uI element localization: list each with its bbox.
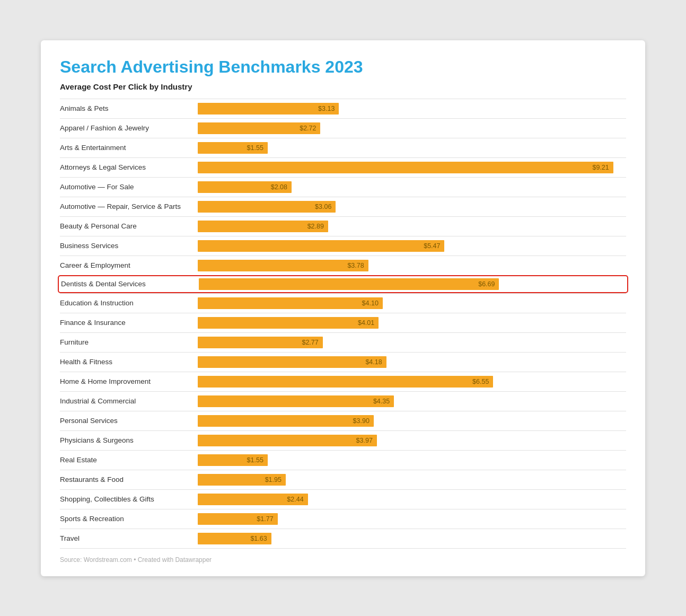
bar: $4.10 <box>198 297 383 309</box>
bar-value-label: $6.55 <box>472 378 489 385</box>
chart-subtitle: Average Cost Per Click by Industry <box>60 82 626 91</box>
bar-area: $3.06 <box>198 200 626 214</box>
bar: $9.21 <box>198 162 613 173</box>
row-label: Home & Home Improvement <box>60 377 198 385</box>
bar-area: $2.72 <box>198 121 626 135</box>
row-label: Attorneys & Legal Services <box>60 163 198 171</box>
bar-area: $1.63 <box>198 532 626 545</box>
bar-value-label: $1.77 <box>257 515 273 523</box>
bar-value-label: $1.55 <box>247 144 263 152</box>
chart-row: Beauty & Personal Care$2.89 <box>60 216 626 236</box>
bar-value-label: $3.06 <box>315 203 331 210</box>
bar-area: $3.78 <box>198 259 626 272</box>
bar-area: $1.95 <box>198 473 626 487</box>
chart-row: Shopping, Collectibles & Gifts$2.44 <box>60 489 626 509</box>
row-label: Finance & Insurance <box>60 319 198 327</box>
bar-value-label: $4.35 <box>373 398 390 405</box>
bar: $6.69 <box>199 278 499 290</box>
row-label: Beauty & Personal Care <box>60 222 198 230</box>
main-card: Search Advertising Benchmarks 2023 Avera… <box>41 40 645 576</box>
row-label: Automotive — Repair, Service & Parts <box>60 203 198 210</box>
bar: $2.89 <box>198 221 328 232</box>
chart-row: Travel$1.63 <box>60 529 626 549</box>
chart-row: Automotive — Repair, Service & Parts$3.0… <box>60 197 626 216</box>
bar-area: $4.18 <box>198 355 626 369</box>
bar: $2.72 <box>198 122 320 134</box>
bar: $5.47 <box>198 240 444 252</box>
bar: $1.63 <box>198 533 271 544</box>
chart-row: Arts & Entertainment$1.55 <box>60 138 626 157</box>
bar-value-label: $3.90 <box>353 417 370 425</box>
row-label: Real Estate <box>60 456 198 464</box>
row-label: Sports & Recreation <box>60 515 198 523</box>
bar: $4.01 <box>198 317 379 329</box>
chart-row: Physicians & Surgeons$3.97 <box>60 430 626 450</box>
chart-row: Furniture$2.77 <box>60 332 626 352</box>
bar-value-label: $1.95 <box>265 476 282 483</box>
bar-area: $4.01 <box>198 316 626 330</box>
bar: $3.78 <box>198 260 368 271</box>
bar-area: $1.55 <box>198 141 626 155</box>
bar-value-label: $3.13 <box>318 105 335 112</box>
chart-row: Industrial & Commercial$4.35 <box>60 391 626 411</box>
row-label: Career & Employment <box>60 261 198 269</box>
chart-row: Real Estate$1.55 <box>60 450 626 470</box>
chart-row: Dentists & Dental Services$6.69 <box>58 275 628 293</box>
bar-area: $4.10 <box>198 296 626 310</box>
bar-value-label: $5.47 <box>424 242 440 250</box>
bar: $1.95 <box>198 474 286 486</box>
bar: $1.77 <box>198 513 278 525</box>
bar-value-label: $2.72 <box>300 125 316 132</box>
bar-area: $2.44 <box>198 492 626 506</box>
chart-row: Animals & Pets$3.13 <box>60 99 626 118</box>
bar: $1.55 <box>198 454 268 466</box>
bar: $3.06 <box>198 201 336 213</box>
bar: $4.18 <box>198 356 386 368</box>
bar-value-label: $1.55 <box>247 456 263 464</box>
chart-row: Automotive — For Sale$2.08 <box>60 177 626 197</box>
bar-value-label: $1.63 <box>250 535 267 542</box>
chart-container: Animals & Pets$3.13Apparel / Fashion & J… <box>60 99 626 549</box>
bar-area: $2.77 <box>198 336 626 349</box>
row-label: Health & Fitness <box>60 358 198 366</box>
bar: $2.08 <box>198 181 292 193</box>
chart-row: Attorneys & Legal Services$9.21 <box>60 157 626 177</box>
row-label: Dentists & Dental Services <box>61 280 199 288</box>
bar-value-label: $2.08 <box>271 183 287 191</box>
row-label: Restaurants & Food <box>60 476 198 483</box>
row-label: Apparel / Fashion & Jewelry <box>60 124 198 132</box>
chart-row: Restaurants & Food$1.95 <box>60 470 626 489</box>
row-label: Arts & Entertainment <box>60 144 198 152</box>
bar-area: $3.90 <box>198 414 626 428</box>
bar-value-label: $4.18 <box>365 358 382 366</box>
bar-value-label: $4.01 <box>358 319 374 327</box>
chart-row: Career & Employment$3.78 <box>60 256 626 275</box>
row-label: Shopping, Collectibles & Gifts <box>60 495 198 503</box>
chart-row: Finance & Insurance$4.01 <box>60 313 626 332</box>
bar-area: $3.13 <box>198 102 626 116</box>
bar-value-label: $2.89 <box>307 223 324 230</box>
row-label: Business Services <box>60 242 198 250</box>
chart-row: Health & Fitness$4.18 <box>60 352 626 372</box>
bar-area: $1.77 <box>198 512 626 526</box>
bar: $6.55 <box>198 376 493 388</box>
bar: $3.90 <box>198 415 374 427</box>
bar: $2.77 <box>198 337 323 348</box>
bar-area: $6.69 <box>199 277 625 291</box>
bar-area: $4.35 <box>198 394 626 408</box>
chart-row: Education & Instruction$4.10 <box>60 293 626 313</box>
bar-value-label: $2.44 <box>287 496 303 503</box>
chart-row: Apparel / Fashion & Jewelry$2.72 <box>60 118 626 138</box>
bar-area: $6.55 <box>198 375 626 389</box>
bar: $1.55 <box>198 142 268 154</box>
row-label: Industrial & Commercial <box>60 397 198 405</box>
bar: $3.13 <box>198 103 339 115</box>
page-title: Search Advertising Benchmarks 2023 <box>60 57 626 77</box>
chart-row: Personal Services$3.90 <box>60 411 626 430</box>
bar-area: $9.21 <box>198 161 626 174</box>
chart-row: Home & Home Improvement$6.55 <box>60 372 626 391</box>
row-label: Travel <box>60 534 198 542</box>
bar: $2.44 <box>198 494 308 505</box>
bar-value-label: $9.21 <box>592 164 609 171</box>
bar-area: $2.08 <box>198 180 626 194</box>
